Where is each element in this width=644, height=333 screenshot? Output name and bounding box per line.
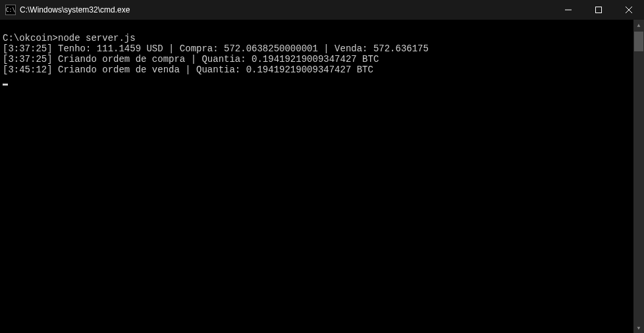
terminal-output[interactable]: C:\okcoin>node server.js[3:37:25] Tenho:… <box>0 20 633 333</box>
output-line: [3:37:25] Criando ordem de compra | Quan… <box>3 54 631 64</box>
maximize-icon <box>595 7 602 13</box>
window-titlebar: C:\ C:\Windows\system32\cmd.exe <box>0 0 644 20</box>
close-icon <box>626 7 632 13</box>
svg-rect-1 <box>596 7 602 13</box>
close-button[interactable] <box>614 0 644 20</box>
minimize-button[interactable] <box>553 0 583 20</box>
cursor <box>3 84 8 86</box>
output-line: [3:37:25] Tenho: 111.1459 USD | Compra: … <box>3 43 631 54</box>
prompt-line: C:\okcoin>node server.js <box>3 33 631 43</box>
window-controls <box>553 0 644 20</box>
cmd-icon: C:\ <box>5 5 16 15</box>
scrollbar-down-arrow-icon[interactable]: ▼ <box>633 322 644 333</box>
minimize-icon <box>565 7 572 13</box>
empty-line <box>3 22 631 33</box>
scrollbar-thumb[interactable] <box>634 32 643 51</box>
vertical-scrollbar[interactable]: ▲ ▼ <box>633 20 644 333</box>
output-line: [3:45:12] Criando ordem de venda | Quant… <box>3 64 631 75</box>
terminal-area: C:\okcoin>node server.js[3:37:25] Tenho:… <box>0 20 644 333</box>
maximize-button[interactable] <box>583 0 614 20</box>
command-text: node server.js <box>58 33 136 43</box>
prompt-path: C:\okcoin> <box>3 33 58 43</box>
scrollbar-up-arrow-icon[interactable]: ▲ <box>633 20 644 30</box>
window-title: C:\Windows\system32\cmd.exe <box>20 5 553 14</box>
